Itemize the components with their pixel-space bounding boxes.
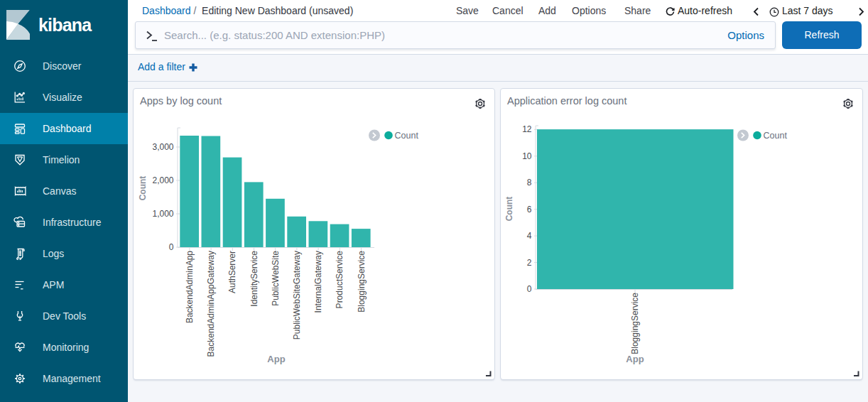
svg-text:0: 0: [169, 242, 174, 252]
svg-text:2,000: 2,000: [152, 175, 173, 185]
svg-text:Count: Count: [138, 176, 148, 201]
svg-text:PublicWebSite: PublicWebSite: [271, 251, 281, 306]
svg-text:8: 8: [527, 178, 532, 188]
svg-text:2: 2: [527, 258, 532, 268]
svg-text:IdentityService: IdentityService: [249, 251, 259, 307]
svg-text:ProductService: ProductService: [335, 251, 345, 309]
svg-text:App: App: [267, 354, 285, 364]
svg-text:BloggingService: BloggingService: [630, 293, 640, 354]
svg-text:12: 12: [522, 124, 532, 134]
svg-text:AuthServer: AuthServer: [227, 251, 237, 293]
svg-text:InternalGateway: InternalGateway: [313, 251, 323, 313]
svg-text:BloggingService: BloggingService: [357, 251, 367, 313]
svg-text:3,000: 3,000: [152, 142, 173, 152]
svg-text:App: App: [626, 354, 644, 364]
svg-text:0: 0: [527, 284, 532, 294]
svg-text:Count: Count: [504, 197, 514, 222]
svg-text:PublicWebSiteGateway: PublicWebSiteGateway: [292, 251, 302, 339]
svg-text:10: 10: [522, 151, 532, 161]
svg-text:4: 4: [527, 231, 532, 241]
svg-text:6: 6: [527, 205, 532, 214]
svg-text:BackendAdminApp: BackendAdminApp: [185, 251, 195, 323]
svg-text:1,000: 1,000: [152, 209, 173, 219]
svg-text:BackendAdminAppGateway: BackendAdminAppGateway: [206, 251, 216, 357]
